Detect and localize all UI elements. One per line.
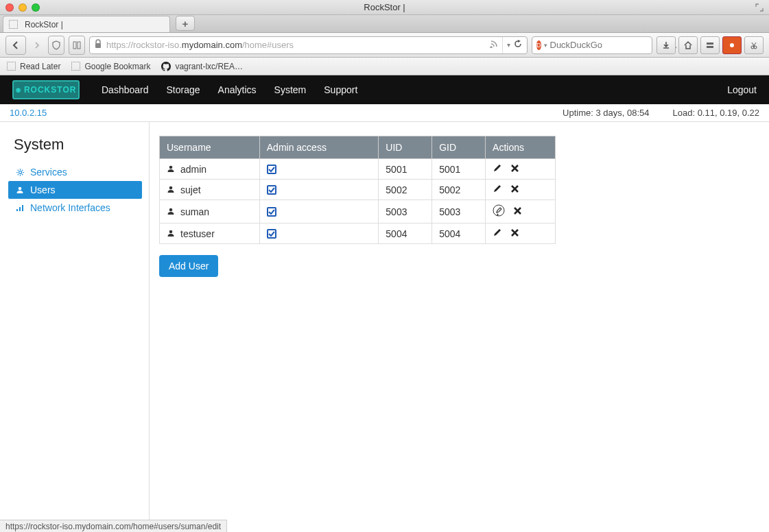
load-text: Load: 0.11, 0.19, 0.22 <box>673 108 760 118</box>
svg-rect-11 <box>16 209 18 211</box>
svg-point-15 <box>169 186 173 189</box>
admin-checkbox[interactable] <box>267 165 276 174</box>
bookmarks-button[interactable] <box>700 36 720 54</box>
extension-button[interactable] <box>722 36 742 54</box>
downloads-button[interactable] <box>656 36 676 54</box>
admin-checkbox[interactable] <box>267 185 276 195</box>
username-cell: testuser <box>180 228 215 239</box>
username-cell: admin <box>180 164 206 175</box>
bookmarks-bar: Read Later Google Bookmark vagrant-lxc/R… <box>0 58 769 75</box>
reload-icon <box>513 39 523 49</box>
svg-point-9 <box>19 171 21 173</box>
search-bar[interactable]: D ▾ <box>532 36 652 54</box>
ip-address[interactable]: 10.0.2.15 <box>10 108 47 118</box>
github-icon <box>161 62 171 71</box>
uid-cell: 5004 <box>379 223 432 244</box>
bookmark-label: Google Bookmark <box>84 62 150 71</box>
reload-button[interactable] <box>513 39 523 51</box>
app-header: ⎈ ROCKSTOR Dashboard Storage Analytics S… <box>0 75 769 104</box>
sidebar-item-label: Services <box>30 167 67 178</box>
home-button[interactable] <box>678 36 698 54</box>
table-row: sujet50025002 <box>160 180 556 200</box>
bookmarks-icon <box>705 40 715 50</box>
edit-icon[interactable] <box>493 228 502 239</box>
edit-icon[interactable] <box>493 163 502 175</box>
bookmark-vagrant[interactable]: vagrant-lxc/REA… <box>161 62 243 71</box>
download-icon <box>661 40 671 50</box>
shield-button[interactable] <box>48 36 64 55</box>
user-icon <box>167 184 175 195</box>
reader-button[interactable] <box>69 36 85 55</box>
bookmark-read-later[interactable]: Read Later <box>7 62 60 71</box>
signal-icon <box>15 204 25 212</box>
nav-analytics[interactable]: Analytics <box>218 84 257 95</box>
gid-cell: 5001 <box>432 159 486 180</box>
admin-checkbox[interactable] <box>267 207 276 217</box>
sidebar: System Services Users Network Interfaces <box>0 122 150 520</box>
dropdown-icon[interactable]: ▾ <box>507 41 510 49</box>
url-bar[interactable]: https://rockstor-iso.mydomain.com/home#u… <box>89 36 528 54</box>
delete-icon[interactable] <box>510 228 519 239</box>
svg-rect-1 <box>78 42 80 49</box>
th-gid: GID <box>432 136 486 159</box>
new-tab-button[interactable]: + <box>176 16 195 31</box>
mac-titlebar: RockStor | <box>0 0 769 15</box>
user-icon <box>15 186 25 194</box>
back-icon <box>11 40 21 50</box>
nav-system[interactable]: System <box>274 84 307 95</box>
clip-icon <box>749 40 759 50</box>
users-table: Username Admin access UID GID Actions ad… <box>159 136 556 244</box>
uid-cell: 5002 <box>379 180 432 200</box>
user-icon <box>167 206 175 217</box>
uid-cell: 5003 <box>379 200 432 223</box>
add-user-button[interactable]: Add User <box>159 255 218 277</box>
delete-icon[interactable] <box>513 206 522 217</box>
window-title: RockStor | <box>0 2 769 12</box>
forward-button[interactable] <box>30 36 44 55</box>
rockstor-logo[interactable]: ⎈ ROCKSTOR <box>12 80 80 99</box>
reader-icon <box>72 40 82 50</box>
status-bar: 10.0.2.15 Uptime: 3 days, 08:54 Load: 0.… <box>0 104 769 122</box>
sidebar-item-users[interactable]: Users <box>8 181 142 199</box>
edit-icon[interactable] <box>493 184 502 195</box>
back-button[interactable] <box>5 36 26 55</box>
app-nav: Dashboard Storage Analytics System Suppo… <box>102 84 357 95</box>
th-admin: Admin access <box>259 136 379 159</box>
th-username: Username <box>160 136 260 159</box>
delete-icon[interactable] <box>510 164 519 175</box>
user-icon <box>167 164 175 175</box>
svg-point-14 <box>169 165 173 169</box>
feed-icon[interactable] <box>490 40 498 50</box>
svg-rect-4 <box>707 43 713 45</box>
tab-favicon <box>9 20 18 29</box>
search-input[interactable] <box>550 40 665 50</box>
search-dropdown-icon[interactable]: ▾ <box>544 42 547 49</box>
browser-tab[interactable]: RockStor | <box>3 16 170 32</box>
browser-navbar: https://rockstor-iso.mydomain.com/home#u… <box>0 33 769 58</box>
nav-support[interactable]: Support <box>324 84 357 95</box>
sidebar-item-label: Users <box>30 184 56 195</box>
delete-icon[interactable] <box>510 184 519 195</box>
sidebar-item-network[interactable]: Network Interfaces <box>8 199 142 217</box>
edit-icon[interactable] <box>493 204 505 219</box>
duckduckgo-icon: D <box>536 40 541 50</box>
url-text: https://rockstor-iso.mydomain.com/home#u… <box>106 40 486 50</box>
svg-point-17 <box>493 205 504 216</box>
sidebar-item-label: Network Interfaces <box>30 202 110 213</box>
home-icon <box>683 40 693 50</box>
gid-cell: 5003 <box>432 200 486 223</box>
logout-link[interactable]: Logout <box>727 84 757 95</box>
bookmark-icon <box>71 62 80 71</box>
bookmark-google[interactable]: Google Bookmark <box>71 62 150 71</box>
sidebar-item-services[interactable]: Services <box>8 163 142 181</box>
svg-point-10 <box>19 187 22 191</box>
nav-storage[interactable]: Storage <box>167 84 200 95</box>
tab-label: RockStor | <box>25 20 63 29</box>
admin-checkbox[interactable] <box>267 229 276 239</box>
svg-point-16 <box>169 208 173 211</box>
shield-icon <box>51 40 61 50</box>
clip-button[interactable] <box>744 36 764 54</box>
svg-rect-12 <box>19 207 21 211</box>
nav-dashboard[interactable]: Dashboard <box>102 84 149 95</box>
sun-icon <box>727 40 737 50</box>
